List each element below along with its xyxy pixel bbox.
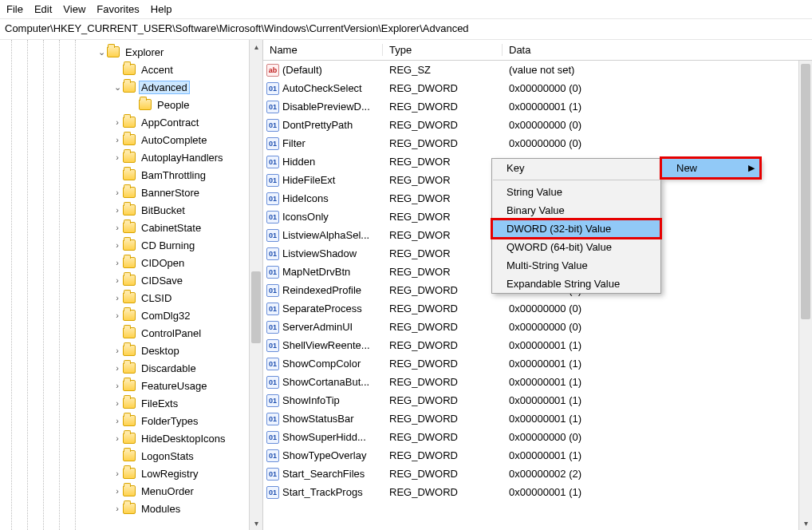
tree-item[interactable]: ›CD Burning [0,236,262,254]
scroll-down-icon[interactable]: ▾ [799,516,812,530]
value-row[interactable]: 01SeparateProcessREG_DWORD0x00000000 (0) [263,299,812,318]
tree-item[interactable]: People [0,96,262,113]
context-item[interactable]: String Value [492,183,660,201]
scroll-thumb[interactable] [251,271,261,343]
chevron-right-icon[interactable]: › [112,381,123,390]
tree-item[interactable]: ›BannerStore [0,184,262,201]
tree-item[interactable]: ›CIDSave [0,271,262,289]
value-row[interactable]: 01Start_SearchFilesREG_DWORD0x00000002 (… [263,465,812,483]
scroll-thumb[interactable] [801,64,810,319]
value-row[interactable]: 01FilterREG_DWORD0x00000000 (0) [263,134,812,152]
tree-item[interactable]: ›HideDesktopIcons [0,429,262,447]
tree-item[interactable]: ›Discardable [0,359,262,377]
menu-file[interactable]: File [6,3,23,15]
chevron-right-icon[interactable]: › [112,117,123,127]
chevron-right-icon[interactable]: › [112,275,123,285]
chevron-down-icon[interactable]: ⌄ [112,82,123,93]
chevron-right-icon[interactable]: › [112,416,123,425]
value-row[interactable]: 01ShowTypeOverlayREG_DWORD0x00000001 (1) [263,446,812,465]
chevron-right-icon[interactable]: › [112,433,123,443]
value-row[interactable]: 01ShowInfoTipREG_DWORD0x00000001 (1) [263,391,812,409]
tree-item[interactable]: ›BitBucket [0,201,262,219]
value-row[interactable]: 01ShowCortanaBut...REG_DWORD0x00000001 (… [263,373,812,391]
value-row[interactable]: 01ShowStatusBarREG_DWORD0x00000001 (1) [263,409,812,428]
dword-value-icon: 01 [266,486,279,499]
value-row[interactable]: 01ServerAdminUIREG_DWORD0x00000000 (0) [263,318,812,336]
tree-item[interactable]: Accent [0,61,262,78]
address-bar[interactable]: Computer\HKEY_CURRENT_USER\Software\Micr… [0,19,812,40]
value-row[interactable]: 01ShellViewReente...REG_DWORD0x00000001 … [263,336,812,354]
tree-item[interactable]: ›AppContract [0,113,262,131]
chevron-right-icon[interactable]: › [112,469,123,478]
chevron-right-icon[interactable]: › [112,240,123,250]
col-type[interactable]: Type [383,44,503,56]
tree-item[interactable]: ›CLSID [0,289,262,307]
chevron-down-icon[interactable]: ⌄ [96,47,107,57]
tree-item[interactable]: ›CabinetState [0,219,262,236]
chevron-right-icon[interactable]: › [112,258,123,267]
value-data: 0x00000000 (0) [503,303,812,314]
dword-value-icon: 01 [266,449,279,462]
chevron-right-icon[interactable]: › [112,486,123,496]
chevron-right-icon[interactable]: › [112,152,123,162]
menu-favorites[interactable]: Favorites [97,3,139,15]
chevron-right-icon[interactable]: › [112,205,123,215]
value-row[interactable]: 01ShowCompColorREG_DWORD0x00000001 (1) [263,354,812,373]
value-row[interactable]: 01AutoCheckSelectREG_DWORD0x00000000 (0) [263,79,812,97]
tree-item[interactable]: BamThrottling [0,166,262,184]
tree-item-label: HideDesktopIcons [139,433,228,445]
tree-item[interactable]: ›Desktop [0,342,262,359]
chevron-right-icon[interactable]: › [112,135,123,144]
tree-item[interactable]: ⌄Explorer [0,43,262,61]
tree-item[interactable]: ›FeatureUsage [0,377,262,394]
context-item[interactable]: Expandable String Value [492,275,660,293]
tree-item[interactable]: ›LowRegistry [0,465,262,482]
chevron-right-icon[interactable]: › [112,188,123,197]
menu-edit[interactable]: Edit [34,3,52,15]
tree-item[interactable]: ›ComDlg32 [0,307,262,324]
tree-item-label: CabinetState [139,222,203,234]
chevron-right-icon[interactable]: › [112,504,123,513]
col-name[interactable]: Name [263,44,383,56]
context-item[interactable]: DWORD (32-bit) Value [492,220,660,238]
folder-icon [123,134,136,145]
context-item-new[interactable]: New ▶ [662,159,759,177]
value-row[interactable]: 01DisablePreviewD...REG_DWORD0x00000001 … [263,97,812,116]
tree-item[interactable]: ›AutoplayHandlers [0,148,262,166]
tree-item[interactable]: ›MenuOrder [0,482,262,500]
values-scrollbar[interactable]: ▴ ▾ [798,61,812,530]
chevron-right-icon[interactable]: › [112,223,123,232]
dword-value-icon: 01 [266,284,279,297]
tree-scrollbar[interactable]: ▴ ▾ [249,40,262,530]
value-row[interactable]: ab(Default)REG_SZ(value not set) [263,61,812,79]
value-type: REG_DWORD [383,339,503,351]
tree-item[interactable]: LogonStats [0,447,262,465]
context-item[interactable]: QWORD (64-bit) Value [492,238,660,256]
col-data[interactable]: Data [503,44,812,56]
chevron-right-icon[interactable]: › [112,310,123,320]
chevron-right-icon[interactable]: › [112,293,123,303]
tree-item[interactable]: ›FileExts [0,394,262,412]
tree-item[interactable]: ›Modules [0,500,262,517]
context-item[interactable]: Key [492,159,660,177]
chevron-right-icon[interactable]: › [112,398,123,408]
tree-item[interactable]: ›CIDOpen [0,254,262,271]
tree-item[interactable]: ⌄Advanced [0,78,262,96]
context-menu-parent-new[interactable]: New ▶ [661,158,760,178]
value-row[interactable]: 01ShowSuperHidd...REG_DWORD0x00000000 (0… [263,428,812,446]
tree-item[interactable]: ›AutoComplete [0,131,262,148]
chevron-right-icon[interactable]: › [112,346,123,355]
value-name: ShellViewReente... [282,339,370,351]
scroll-down-icon[interactable]: ▾ [250,516,262,530]
context-item[interactable]: Multi-String Value [492,256,660,275]
value-row[interactable]: 01Start_TrackProgsREG_DWORD0x00000001 (1… [263,483,812,501]
context-item[interactable]: Binary Value [492,201,660,220]
value-type: REG_DWORD [383,358,503,370]
tree-item[interactable]: ControlPanel [0,324,262,342]
value-row[interactable]: 01DontPrettyPathREG_DWORD0x00000000 (0) [263,116,812,134]
chevron-right-icon[interactable]: › [112,363,123,373]
menu-help[interactable]: Help [151,3,172,15]
scroll-up-icon[interactable]: ▴ [250,40,262,53]
menu-view[interactable]: View [63,3,85,15]
tree-item[interactable]: ›FolderTypes [0,412,262,429]
